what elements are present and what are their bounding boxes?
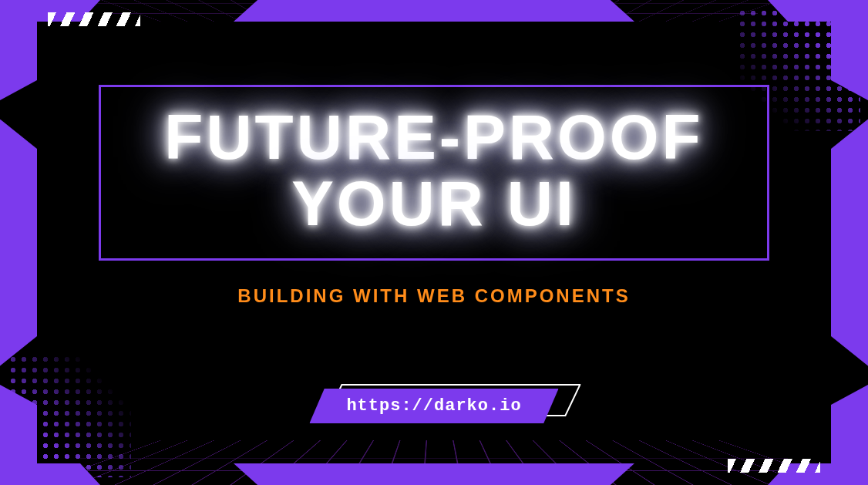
- hash-stripes-top-left: [48, 12, 140, 26]
- subtitle-text: BUILDING WITH WEB COMPONENTS: [237, 285, 630, 307]
- frame-edge-left: [0, 120, 37, 366]
- frame-corner-top-left-vert: [0, 0, 37, 100]
- title-container: FUTURE-PROOF YOUR UI: [99, 85, 769, 261]
- url-link[interactable]: https://darko.io: [309, 389, 558, 423]
- frame-edge-top: [234, 0, 634, 22]
- hash-stripes-bottom-right: [728, 459, 820, 473]
- main-title: FUTURE-PROOF YOUR UI: [124, 104, 744, 237]
- frame-edge-bottom: [234, 463, 634, 485]
- url-text: https://darko.io: [346, 396, 521, 416]
- frame-corner-bottom-right-vert: [831, 385, 868, 485]
- frame-edge-right: [831, 120, 868, 366]
- url-badge-container: https://darko.io: [309, 389, 558, 423]
